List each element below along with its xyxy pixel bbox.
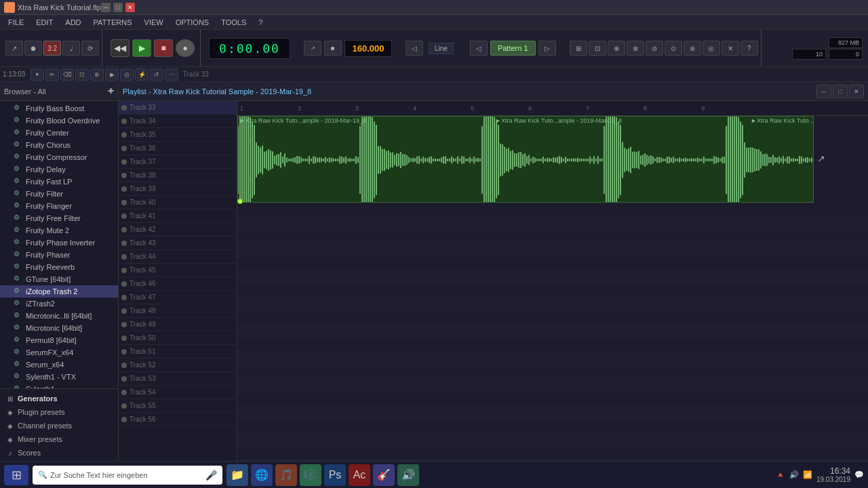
playlist-maximize[interactable]: □ (833, 85, 848, 98)
play-btn-2[interactable]: ▶ (105, 68, 119, 81)
draw-btn[interactable]: ✏ (45, 68, 59, 81)
toolbar-btn-swing[interactable]: ⟳ (81, 41, 99, 56)
pattern-next[interactable]: ▷ (538, 41, 556, 56)
menu-file[interactable]: FILE (3, 17, 29, 28)
track-content-area[interactable]: 1 2 3 4 5 6 7 8 9 ►Xtra Raw Ki (237, 101, 868, 468)
tb-right-8[interactable]: ◎ (703, 41, 720, 56)
tool-9[interactable]: ↺ (150, 68, 163, 81)
transport-stop[interactable]: ■ (154, 39, 173, 57)
select-btn[interactable]: ⊡ (75, 68, 89, 81)
menu-options[interactable]: OPTIONS (170, 17, 215, 28)
toolbar-btn-metronome[interactable]: ♩ (62, 41, 80, 56)
sidebar-item-fruity-bass-boost[interactable]: ⚙Fruity Bass Boost (0, 102, 118, 115)
bpm-display[interactable]: 160.000 (344, 40, 392, 57)
track-row-46 (237, 365, 868, 379)
sidebar-item-fruity-filter[interactable]: ⚙Fruity Filter (0, 188, 118, 200)
sidebar-item-fruity-mute-2[interactable]: ⚙Fruity Mute 2 (0, 224, 118, 237)
sidebar-item-fruity-delay[interactable]: ⚙Fruity Delay (0, 163, 118, 176)
taskbar-app8[interactable]: 🔊 (397, 464, 419, 486)
track-dot (121, 173, 127, 178)
maximize-button[interactable]: □ (113, 3, 123, 12)
sidebar-add-btn[interactable]: ✚ (108, 87, 114, 96)
line-mode-label[interactable]: Line (429, 43, 454, 54)
sidebar-item-permut8-[64bit][interactable]: ⚙Permut8 [64bit] (0, 334, 118, 346)
zoom-btn[interactable]: ⊕ (90, 68, 104, 81)
sidebar-item-izotope-trash-2[interactable]: ⚙iZotope Trash 2 (0, 285, 118, 298)
mute-btn[interactable]: ◎ (120, 68, 134, 81)
sidebar-item-sylenth1[interactable]: ⚙Sylenth1 (0, 383, 118, 388)
tb-right-2[interactable]: ⊡ (589, 41, 606, 56)
taskbar-files[interactable]: 📁 (226, 464, 248, 486)
sidebar-item-microtonic..lti-[64bit][interactable]: ⚙Microtonic..lti [64bit] (0, 310, 118, 322)
close-button[interactable]: ✕ (125, 3, 135, 12)
footer-item-scores[interactable]: ♪Scores (0, 446, 118, 460)
toolbar-btn-1[interactable]: ↗ (5, 41, 23, 56)
tb-right-7[interactable]: ⊛ (684, 41, 701, 56)
sidebar-item-microtonic-[64bit][interactable]: ⚙Microtonic [64bit] (0, 322, 118, 334)
tb-right-3[interactable]: ⊕ (608, 41, 625, 56)
tb-right-6[interactable]: ⊙ (665, 41, 682, 56)
playlist-minimize[interactable]: ─ (816, 85, 831, 98)
tb-right-5[interactable]: ⊘ (646, 41, 663, 56)
menu-view[interactable]: VIEW (139, 17, 169, 28)
search-box[interactable]: 🔍 Zur Suche Text hier eingeben 🎤 (33, 466, 222, 485)
sidebar-item-fruity-blood-overdrive[interactable]: ⚙Fruity Blood Overdrive (0, 115, 118, 127)
erase-btn[interactable]: ⌫ (60, 68, 74, 81)
footer-item-mixer-presets[interactable]: ◈Mixer presets (0, 432, 118, 446)
sidebar-item-iztrash2[interactable]: ⚙iZTrash2 (0, 298, 118, 310)
sidebar-item-fruity-chorus[interactable]: ⚙Fruity Chorus (0, 139, 118, 151)
pattern-display[interactable]: Pattern 1 (490, 41, 536, 56)
sidebar-item-fruity-flanger[interactable]: ⚙Fruity Flanger (0, 200, 118, 212)
sidebar-item-fruity-free-filter[interactable]: ⚙Fruity Free Filter (0, 212, 118, 224)
tb-right-9[interactable]: ✕ (722, 41, 739, 56)
taskbar-app4[interactable]: 🎼 (300, 464, 321, 486)
cpu-display: 10 (792, 49, 826, 60)
track-row-43 (237, 325, 868, 338)
bpm-sync-btn[interactable]: ↗ (304, 41, 321, 56)
taskbar-app3[interactable]: 🎵 (275, 464, 297, 486)
bpm-tap-btn[interactable]: ⏺ (324, 41, 342, 56)
sidebar-item-serum_x64[interactable]: ⚙Serum_x64 (0, 359, 118, 371)
menu-add[interactable]: ADD (60, 17, 86, 28)
sidebar-item-gtune-[64bit][interactable]: ⚙GTune [64bit] (0, 273, 118, 285)
footer-item-channel-presets[interactable]: ◈Channel presets (0, 419, 118, 432)
snap-btn[interactable]: ◁ (406, 41, 423, 56)
tb-right-4[interactable]: ⊗ (627, 41, 644, 56)
menu-help[interactable]: ? (253, 17, 268, 28)
minimize-button[interactable]: ─ (101, 3, 111, 12)
taskbar-edge[interactable]: 🌐 (251, 464, 273, 486)
transport-play[interactable]: ▶ (132, 39, 151, 57)
footer-item-plugin-presets[interactable]: ◈Plugin presets (0, 405, 118, 419)
tb-right-1[interactable]: ⊞ (570, 41, 587, 56)
transport-rewind[interactable]: ◀◀ (111, 39, 130, 57)
start-button[interactable]: ⊞ (4, 465, 28, 485)
sidebar-item-fruity-phase-inverter[interactable]: ⚙Fruity Phase Inverter (0, 237, 118, 249)
menu-edit[interactable]: EDIT (31, 17, 58, 28)
taskbar-photoshop[interactable]: Ps (324, 464, 346, 486)
sidebar-item-fruity-center[interactable]: ⚙Fruity Center (0, 127, 118, 139)
bpm-section: ↗ ⏺ 160.000 (298, 40, 397, 57)
sidebar-item-serumfx_x64[interactable]: ⚙SerumFX_x64 (0, 346, 118, 359)
footer-item-generators[interactable]: ⊞Generators (0, 392, 118, 405)
move-btn[interactable]: ✦ (31, 68, 44, 81)
menu-tools[interactable]: TOOLS (216, 17, 252, 28)
pattern-prev[interactable]: ◁ (470, 41, 488, 56)
menu-patterns[interactable]: PATTERNS (88, 17, 138, 28)
sidebar-item-fruity-compressor[interactable]: ⚙Fruity Compressor (0, 151, 118, 163)
transport-record[interactable]: ● (176, 39, 195, 57)
toolbar-btn-record[interactable]: 3:2 (43, 41, 61, 56)
tool-10[interactable]: ⋯ (165, 68, 178, 81)
taskbar-app7[interactable]: 🎸 (373, 464, 395, 486)
speed-btn[interactable]: ⚡ (135, 68, 149, 81)
sidebar-item-fruity-fast-lp[interactable]: ⚙Fruity Fast LP (0, 176, 118, 188)
taskbar-acrobat[interactable]: Ac (349, 464, 370, 486)
track-label-49: Track 49 (119, 318, 237, 331)
track-num: Track 42 (130, 226, 160, 233)
playlist-close[interactable]: ✕ (849, 85, 864, 98)
toolbar-btn-2[interactable]: ⏺ (24, 41, 42, 56)
sidebar-item-fruity-phaser[interactable]: ⚙Fruity Phaser (0, 249, 118, 261)
tb-right-10[interactable]: ? (741, 41, 758, 56)
waveform-block[interactable]: ►Xtra Raw Kick Tuto...ample - 2019-Mar-1… (237, 116, 814, 203)
sidebar-item-fruity-reeverb[interactable]: ⚙Fruity Reeverb (0, 261, 118, 273)
sidebar-item-sylenth1---vtx[interactable]: ⚙Sylenth1 - VTX (0, 371, 118, 383)
